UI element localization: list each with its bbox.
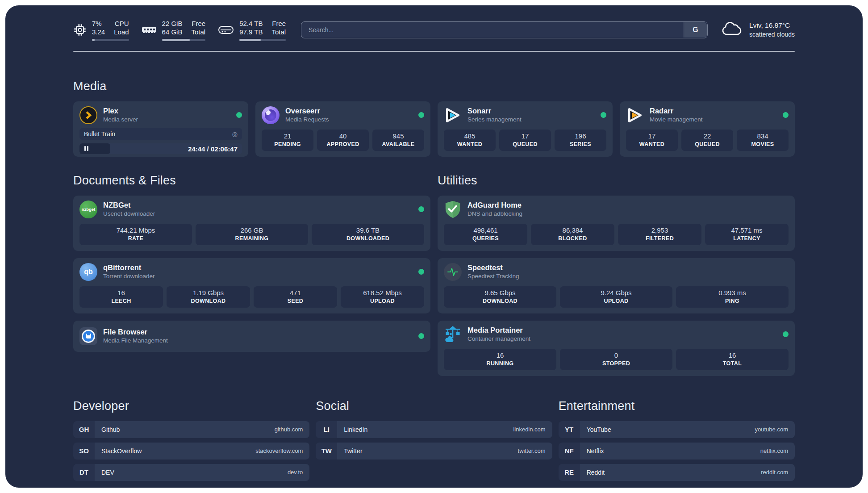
- app-card-sonarr[interactable]: Sonarr Series management 485 WANTED 17 Q…: [438, 101, 613, 157]
- link-twitter[interactable]: TW Twitter twitter.com: [316, 443, 552, 460]
- link-abbr: RE: [559, 464, 580, 481]
- cpu-progress-fill: [92, 39, 95, 41]
- storage-total-label: Total: [271, 28, 286, 37]
- link-linkedin[interactable]: LI LinkedIn linkedin.com: [316, 421, 552, 438]
- status-dot: [418, 206, 424, 212]
- app-card-portainer[interactable]: Media Portainer Container management 16 …: [438, 321, 795, 376]
- weather-widget[interactable]: Lviv, 16.87°C scattered clouds: [721, 21, 795, 39]
- stat-value: 17: [648, 132, 656, 141]
- weather-location-temp: Lviv, 16.87°C: [749, 21, 795, 30]
- stat-value: 945: [392, 132, 404, 141]
- app-card-filebrowser[interactable]: File Browser Media File Management: [73, 321, 430, 352]
- stat-tile-seed: 471 SEED: [254, 286, 337, 308]
- cloud-icon: [721, 21, 743, 39]
- memory-icon: [142, 25, 157, 35]
- link-url: netflix.com: [760, 447, 788, 454]
- header-divider: [73, 51, 795, 52]
- app-card-nzbget[interactable]: nzbget NZBGet Usenet downloader 744.21 M…: [73, 196, 430, 251]
- search-provider-button[interactable]: G: [684, 22, 707, 38]
- link-github[interactable]: GH Github github.com: [73, 421, 309, 438]
- app-description: DNS and adblocking: [467, 210, 522, 218]
- overseerr-icon: [262, 106, 280, 124]
- link-youtube[interactable]: YT YouTube youtube.com: [559, 421, 795, 438]
- stat-tile-pending: 21 PENDING: [262, 130, 313, 151]
- storage-icon: [218, 24, 234, 36]
- plex-icon: [79, 106, 97, 124]
- app-description: Media server: [103, 116, 138, 124]
- stat-value: 21: [284, 132, 292, 141]
- link-url: linkedin.com: [513, 426, 545, 433]
- stat-value: 22: [704, 132, 711, 141]
- link-name: Netflix: [587, 447, 604, 455]
- link-netflix[interactable]: NF Netflix netflix.com: [559, 443, 795, 460]
- app-name: Media Portainer: [467, 326, 530, 335]
- memory-free-label: Free: [191, 19, 205, 28]
- stat-tile-downloaded: 39.6 TB DOWNLOADED: [312, 224, 424, 245]
- stat-tile-stopped: 0 STOPPED: [560, 349, 672, 370]
- stat-value: 16: [497, 351, 504, 360]
- cpu-load-label: Load: [114, 28, 129, 37]
- dashboard-panel: 7% 3.24 CPU Load: [5, 5, 863, 488]
- app-name: Radarr: [650, 106, 703, 116]
- stat-tile-blocked: 86,384 BLOCKED: [531, 224, 614, 245]
- session-settings-icon[interactable]: ◎: [232, 130, 238, 138]
- app-card-adguard[interactable]: AdGuard Home DNS and adblocking 498,461 …: [438, 196, 795, 251]
- link-abbr: TW: [316, 443, 337, 460]
- app-card-radarr[interactable]: Radarr Movie management 17 WANTED 22 QUE…: [620, 101, 795, 157]
- link-stackoverflow[interactable]: SO StackOverflow stackoverflow.com: [73, 443, 309, 460]
- link-dev[interactable]: DT DEV dev.to: [73, 464, 309, 481]
- app-card-speedtest[interactable]: Speedtest Speedtest Tracking 9.65 Gbps D…: [438, 258, 795, 313]
- link-name: DEV: [101, 469, 114, 476]
- link-name: Twitter: [344, 447, 362, 455]
- stat-label: PING: [725, 297, 739, 305]
- weather-condition: scattered clouds: [749, 30, 795, 39]
- qbittorrent-icon: qb: [79, 263, 97, 281]
- cpu-usage-value: 7%: [92, 19, 105, 28]
- stat-tile-latency: 47.571 ms LATENCY: [705, 224, 789, 245]
- status-dot: [783, 112, 789, 118]
- link-reddit[interactable]: RE Reddit reddit.com: [559, 464, 795, 481]
- now-playing-title: Bullet Train: [84, 130, 115, 138]
- status-dot: [601, 112, 606, 118]
- stat-label: LEECH: [111, 297, 131, 305]
- search-input[interactable]: [301, 21, 708, 38]
- stat-value: 196: [575, 132, 586, 141]
- app-description: Series management: [467, 116, 522, 124]
- memory-progress-fill: [162, 39, 190, 41]
- section-title-developer: Developer: [73, 399, 309, 413]
- stat-label: SEED: [288, 297, 304, 305]
- stat-label: APPROVED: [326, 141, 359, 148]
- stat-tile-wanted: 17 WANTED: [626, 130, 678, 151]
- stat-value: 744.21 Mbps: [117, 226, 155, 235]
- app-card-plex[interactable]: Plex Media server Bullet Train ◎ 24:44: [73, 101, 248, 157]
- section-utilities: Utilities AdGuard Home DNS and adblockin…: [438, 174, 795, 376]
- stat-value: 47.571 ms: [731, 226, 762, 235]
- playback-progress-bar[interactable]: 24:44 / 02:06:47: [79, 143, 242, 154]
- link-url: youtube.com: [755, 426, 788, 433]
- app-description: Media File Management: [103, 337, 168, 345]
- playback-time: 24:44 / 02:06:47: [188, 145, 238, 152]
- adguard-icon: [444, 201, 462, 218]
- stat-value: 266 GB: [241, 226, 263, 235]
- cpu-progress-bar: [92, 39, 129, 41]
- stat-value: 0: [614, 351, 618, 360]
- storage-progress-bar: [239, 39, 286, 41]
- cpu-load-value: 3.24: [92, 28, 105, 37]
- stat-tile-wanted: 485 WANTED: [444, 130, 496, 151]
- stat-value: 471: [290, 288, 301, 297]
- app-card-qbittorrent[interactable]: qb qBittorrent Torrent downloader 16: [73, 258, 430, 313]
- app-card-overseerr[interactable]: Overseerr Media Requests 21 PENDING 40 A…: [255, 101, 430, 157]
- stat-value: 17: [522, 132, 529, 141]
- status-dot: [236, 112, 242, 118]
- storage-free-label: Free: [271, 19, 286, 28]
- link-name: LinkedIn: [344, 426, 367, 433]
- stat-label: UPLOAD: [604, 297, 628, 305]
- stat-tile-filtered: 2,953 FILTERED: [618, 224, 701, 245]
- stat-label: LATENCY: [733, 235, 760, 242]
- app-description: Container management: [467, 335, 530, 343]
- section-title-social: Social: [316, 399, 552, 413]
- stat-value: 16: [117, 288, 125, 297]
- stat-tile-queued: 17 QUEUED: [499, 130, 551, 151]
- stat-tile-available: 945 AVAILABLE: [372, 130, 424, 151]
- pause-icon[interactable]: [84, 145, 90, 153]
